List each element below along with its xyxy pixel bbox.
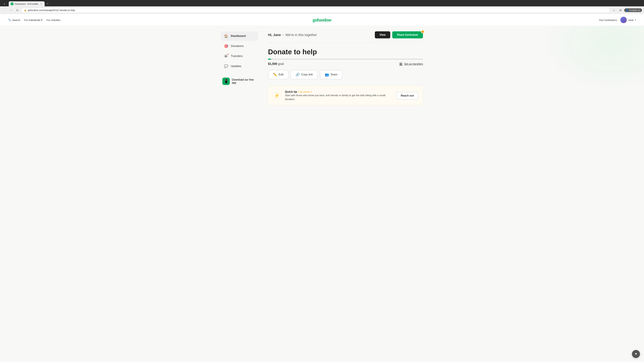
tab-favicon: G: [11, 2, 14, 5]
tab-title: Dashboard - GoFundMe: [15, 3, 38, 5]
tip-content: Quick tip 1 tip streak ✦ Start with thos…: [285, 90, 392, 101]
tab-bar: ▾ G Dashboard - GoFundMe × +: [2, 1, 642, 6]
tip-streak: 1 tip streak ✦: [298, 90, 312, 93]
top-nav: 🔍 Search For individuals ▾ For charities…: [0, 14, 644, 26]
for-individuals-link[interactable]: For individuals ▾: [24, 18, 42, 21]
tip-header: Quick tip 1 tip streak ✦: [285, 90, 392, 93]
transfers-icon: 🏛: [224, 54, 228, 58]
tip-icon-wrap: ⚡: [273, 92, 281, 100]
extensions-btn[interactable]: ⧉: [618, 8, 623, 13]
setup-transfers-label: Set up transfers: [404, 62, 423, 65]
download-app-label: Download our free app: [232, 78, 256, 84]
dashboard-icon: 🏠: [224, 34, 228, 38]
sidebar-label-dashboard: Dashboard: [231, 34, 246, 38]
sidebar-item-updates[interactable]: 💬 Updates: [221, 61, 258, 71]
transfers-badge: [227, 53, 229, 55]
main-content: Hi, Jane • We're in this together View S…: [268, 31, 423, 105]
sidebar-item-donations[interactable]: 🎯 Donations: [221, 41, 258, 51]
user-menu-chevron: ▾: [635, 19, 636, 21]
tip-title: Quick tip: [285, 90, 297, 93]
address-text: gofundme.com/manage/4t7q7-donate-to-help: [28, 9, 607, 11]
search-label: Search: [12, 18, 20, 21]
share-notification-badge: [421, 30, 424, 33]
lightning-icon: ⚡: [274, 93, 280, 98]
forward-btn[interactable]: →: [8, 8, 14, 13]
forward-icon: →: [10, 9, 12, 12]
back-icon: ←: [3, 9, 6, 12]
copy-icon: 🔗: [296, 72, 300, 77]
edit-label: Edit: [278, 73, 284, 76]
tab-close-btn[interactable]: ×: [40, 2, 42, 5]
logo[interactable]: gofundme: [312, 17, 332, 23]
toolbar-right: ☆ ⧉ 👤 Incognito (2): [612, 8, 642, 13]
chat-icon: ✦: [634, 352, 638, 356]
view-button[interactable]: View: [375, 31, 390, 38]
your-fundraisers-link[interactable]: Your fundraisers: [599, 18, 617, 21]
sidebar: 🏠 Dashboard 🎯 Donations 🏛 Transfers 💬 Up…: [221, 31, 258, 105]
sidebar-label-transfers: Transfers: [231, 54, 243, 58]
setup-transfers-link[interactable]: 🏛 Set up transfers: [399, 62, 423, 66]
header-actions: View Share fundraiser: [375, 31, 423, 38]
back-btn[interactable]: ←: [2, 8, 7, 13]
team-button[interactable]: 👥 Team: [320, 70, 342, 79]
greeting-name: Hi, Jane: [268, 33, 281, 37]
avatar-image: [620, 17, 627, 23]
bookmark-btn[interactable]: ☆: [612, 8, 616, 13]
bank-icon: 🏛: [399, 62, 403, 66]
tab-dropdown-btn[interactable]: ▾: [2, 1, 7, 6]
sidebar-label-donations: Donations: [231, 44, 244, 48]
goal-label: goal: [278, 62, 284, 65]
main-layout: 🏠 Dashboard 🎯 Donations 🏛 Transfers 💬 Up…: [213, 26, 431, 111]
goal-text: $1,500 goal: [268, 62, 284, 66]
incognito-btn[interactable]: 👤 Incognito (2): [624, 8, 642, 12]
goal-row: $1,500 goal 🏛 Set up transfers: [268, 62, 423, 66]
user-name: Jane: [628, 18, 634, 21]
donations-icon: 🎯: [224, 44, 228, 48]
sidebar-item-transfers[interactable]: 🏛 Transfers: [221, 51, 258, 61]
content-header: Hi, Jane • We're in this together View S…: [268, 31, 423, 42]
nav-search[interactable]: 🔍 Search: [8, 18, 20, 21]
browser-chrome: ▾ G Dashboard - GoFundMe × +: [0, 0, 644, 6]
team-label: Team: [330, 73, 338, 76]
copy-link-button[interactable]: 🔗 Copy link: [290, 70, 318, 79]
page-wrapper: 🔍 Search For individuals ▾ For charities…: [0, 14, 644, 361]
app-store-icon: 📱: [222, 78, 230, 85]
active-tab[interactable]: G Dashboard - GoFundMe ×: [9, 1, 44, 6]
incognito-icon: 👤: [626, 9, 628, 11]
new-tab-btn[interactable]: +: [45, 1, 50, 6]
user-menu[interactable]: Jane ▾: [620, 17, 636, 23]
extensions-icon: ⧉: [620, 9, 621, 12]
nav-right: Your fundraisers Jane ▾: [599, 17, 636, 23]
for-individuals-chevron: ▾: [41, 18, 42, 21]
for-charities-label: For charities: [46, 18, 60, 21]
reload-btn[interactable]: ↻: [15, 8, 20, 13]
nav-left: 🔍 Search For individuals ▾ For charities: [8, 18, 60, 21]
updates-icon: 💬: [224, 64, 228, 68]
team-icon: 👥: [325, 72, 329, 77]
share-fundraiser-label: Share fundraiser: [397, 33, 418, 36]
chat-widget[interactable]: ✦: [632, 350, 640, 358]
for-individuals-label: For individuals: [24, 18, 40, 21]
tip-text: Start with those who know you best. Ask …: [285, 93, 392, 101]
edit-button[interactable]: ✏️ Edit: [268, 70, 288, 79]
quick-tip-card: ⚡ Quick tip 1 tip streak ✦ Start with th…: [268, 86, 423, 105]
download-app[interactable]: 📱 Download our free app: [221, 78, 258, 85]
action-buttons: ✏️ Edit 🔗 Copy link 👥 Team: [268, 70, 423, 79]
reach-out-button[interactable]: Reach out: [396, 92, 418, 99]
browser-toolbar: ← → ↻ 🔒 gofundme.com/manage/4t7q7-donate…: [0, 6, 644, 14]
progress-bar-fill: [268, 59, 271, 60]
goal-amount: $1,500: [268, 62, 277, 65]
greeting-separator: •: [282, 33, 284, 37]
for-charities-link[interactable]: For charities: [46, 18, 60, 21]
share-fundraiser-button[interactable]: Share fundraiser: [392, 31, 423, 38]
greeting-subtitle: We're in this together: [286, 33, 317, 37]
tab-navigation: ▾: [2, 1, 7, 6]
fundraiser-title: Donate to help: [268, 48, 423, 56]
lock-icon: 🔒: [24, 9, 26, 11]
avatar: [620, 17, 627, 23]
copy-link-label: Copy link: [301, 73, 313, 76]
sidebar-item-dashboard[interactable]: 🏠 Dashboard: [221, 31, 258, 41]
progress-bar-container: [268, 59, 423, 60]
greeting: Hi, Jane • We're in this together: [268, 33, 317, 37]
address-bar[interactable]: 🔒 gofundme.com/manage/4t7q7-donate-to-he…: [21, 8, 610, 13]
